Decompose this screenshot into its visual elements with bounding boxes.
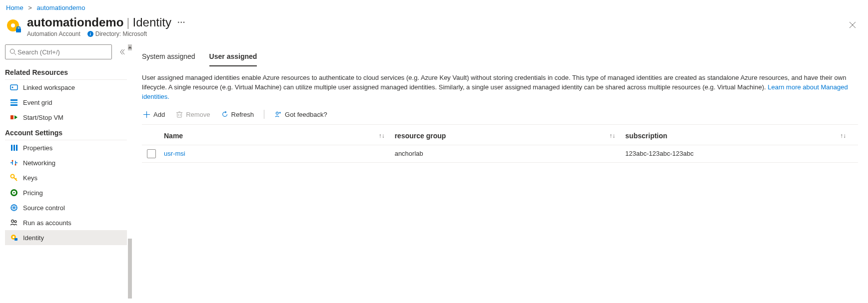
resource-type: Automation Account: [27, 30, 80, 37]
sidebar-item-label: Run as accounts: [23, 219, 71, 227]
sidebar: Related Resources Linked workspace Event…: [0, 44, 132, 299]
cell-subscription: 123abc-123abc-123abc: [625, 150, 856, 157]
tab-user-assigned[interactable]: User assigned: [209, 48, 257, 66]
close-button[interactable]: [846, 18, 859, 31]
svg-rect-8: [10, 99, 17, 101]
resource-name: automationdemo: [27, 15, 123, 29]
svg-point-28: [276, 112, 278, 114]
scrollbar-thumb[interactable]: [128, 239, 132, 299]
svg-rect-13: [13, 145, 15, 151]
identity-name-link[interactable]: usr-msi: [164, 150, 185, 157]
properties-icon: [10, 144, 18, 152]
feedback-label: Got feedback?: [285, 111, 327, 118]
sidebar-item-event-grid[interactable]: Event grid: [5, 95, 127, 110]
keys-icon: [10, 174, 18, 182]
title-divider: |: [123, 15, 132, 29]
svg-rect-6: [10, 85, 17, 90]
column-resource-group[interactable]: resource group ↑↓: [395, 132, 626, 140]
plus-icon: [143, 111, 150, 118]
tab-system-assigned[interactable]: System assigned: [142, 48, 195, 66]
sidebar-item-identity[interactable]: Identity: [5, 230, 127, 245]
svg-point-15: [12, 160, 13, 162]
networking-icon: [10, 159, 18, 167]
collapse-sidebar-button[interactable]: [117, 47, 127, 57]
row-checkbox[interactable]: [147, 149, 156, 158]
sidebar-item-label: Properties: [23, 144, 52, 152]
svg-point-1: [11, 23, 15, 27]
toolbar: Add Remove Refresh Got feedback?: [142, 102, 858, 125]
sort-icon[interactable]: ↑↓: [840, 132, 846, 139]
identity-icon: [10, 234, 18, 242]
refresh-icon: [221, 111, 228, 118]
refresh-button[interactable]: Refresh: [220, 109, 255, 120]
column-name[interactable]: Name ↑↓: [164, 132, 395, 140]
sidebar-section-account-settings: Account Settings: [0, 125, 132, 140]
sidebar-item-label: Event grid: [23, 99, 52, 106]
sidebar-item-label: Networking: [23, 159, 55, 167]
more-actions-button[interactable]: ···: [177, 18, 185, 26]
search-icon: [9, 48, 16, 55]
table-row[interactable]: usr-msi anchorlab 123abc-123abc-123abc: [142, 145, 858, 163]
search-box[interactable]: [5, 44, 112, 59]
svg-line-5: [14, 53, 16, 55]
search-input[interactable]: [16, 48, 107, 56]
feedback-button[interactable]: Got feedback?: [273, 109, 328, 120]
sidebar-item-networking[interactable]: Networking: [5, 155, 127, 170]
start-stop-icon: [10, 113, 18, 121]
sidebar-item-label: Keys: [23, 174, 37, 182]
identities-table: Name ↑↓ resource group ↑↓ subscription ↑…: [142, 127, 858, 163]
breadcrumb-home[interactable]: Home: [6, 4, 23, 11]
main-content: System assigned User assigned User assig…: [132, 44, 868, 299]
column-subscription[interactable]: subscription ↑↓: [625, 132, 856, 140]
sidebar-item-source-control[interactable]: Source control: [5, 200, 127, 215]
sidebar-section-related: Related Resources: [0, 64, 132, 79]
add-button[interactable]: Add: [142, 109, 166, 120]
sidebar-item-properties[interactable]: Properties: [5, 140, 127, 155]
breadcrumb-separator: >: [25, 4, 35, 11]
sidebar-item-keys[interactable]: Keys: [5, 170, 127, 185]
directory-label: Directory: Microsoft: [95, 30, 147, 37]
directory-info: i Directory: Microsoft: [87, 30, 147, 37]
feedback-icon: [274, 111, 282, 118]
svg-rect-9: [10, 102, 17, 103]
tabs: System assigned User assigned: [142, 48, 858, 66]
sidebar-item-label: Identity: [23, 234, 44, 242]
info-icon: i: [87, 31, 93, 37]
svg-rect-27: [177, 113, 182, 118]
automation-account-icon: [6, 18, 22, 34]
sidebar-item-run-as-accounts[interactable]: Run as accounts: [5, 215, 127, 230]
source-control-icon: [10, 204, 18, 212]
sidebar-item-label: Linked workspace: [23, 84, 75, 91]
cell-resource-group: anchorlab: [395, 150, 626, 157]
remove-label: Remove: [186, 111, 210, 118]
svg-point-7: [12, 87, 13, 88]
sort-icon[interactable]: ↑↓: [379, 132, 385, 139]
sidebar-item-label: Source control: [23, 204, 65, 212]
svg-point-25: [12, 236, 14, 238]
breadcrumb-item[interactable]: automationdemo: [37, 4, 85, 11]
svg-rect-3: [17, 27, 20, 29]
sidebar-scrollbar[interactable]: [128, 44, 132, 299]
sidebar-item-label: Start/Stop VM: [23, 114, 63, 121]
svg-rect-26: [14, 238, 17, 241]
svg-point-23: [14, 221, 16, 223]
toolbar-separator: [264, 110, 264, 119]
refresh-label: Refresh: [231, 111, 254, 118]
breadcrumb: Home > automationdemo: [0, 0, 868, 13]
run-as-accounts-icon: [10, 219, 18, 227]
svg-point-22: [11, 220, 14, 223]
sidebar-item-linked-workspace[interactable]: Linked workspace: [5, 80, 127, 95]
sidebar-item-pricing[interactable]: Pricing: [5, 185, 127, 200]
svg-point-16: [15, 164, 16, 166]
svg-point-4: [10, 49, 14, 53]
sidebar-item-start-stop-vm[interactable]: Start/Stop VM: [5, 110, 127, 125]
sort-icon[interactable]: ↑↓: [609, 132, 615, 139]
svg-rect-14: [16, 145, 17, 151]
svg-rect-10: [10, 104, 17, 106]
svg-rect-12: [11, 145, 12, 151]
blade-name: Identity: [133, 15, 171, 29]
page-title: automationdemo | Identity ···: [27, 15, 862, 29]
page-header: automationdemo | Identity ··· Automation…: [0, 13, 868, 44]
description-text: User assigned managed identities enable …: [142, 73, 858, 102]
add-label: Add: [153, 111, 165, 118]
